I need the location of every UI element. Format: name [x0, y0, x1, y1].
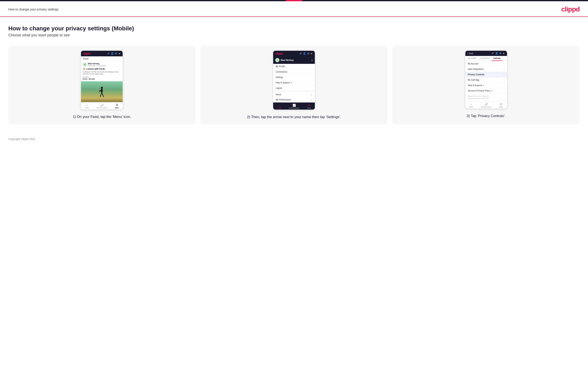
phone2-bottom-bar: ⌂ Home 📈 My Performance ✕ Menu — [273, 102, 315, 109]
menu-icon: ☰ — [116, 104, 118, 107]
golf-image — [81, 81, 123, 102]
step-2-card: clippd ☍ 👤 ⚙ ▼ B Blair McHarg ∧ — [200, 46, 388, 125]
profile-icon: 👤 — [111, 52, 114, 55]
settings-item-privacy-controls: Privacy Controls› — [465, 72, 507, 77]
settings-icon: ⚙ — [115, 52, 117, 55]
version-info: Clippd Client Version: 2022.8.3-3 GQL Se… — [465, 93, 507, 101]
top-accent-bar — [0, 0, 588, 1]
phone1-logo: clippd — [83, 52, 90, 55]
search-icon: ☍ — [299, 52, 302, 55]
menu-user-info: B Blair McHarg — [275, 58, 294, 62]
lesson-icon: ⛳ — [83, 67, 86, 70]
step1-caption: 1) On your Feed, tap the 'Menu' icon. — [73, 114, 131, 119]
phone1-nav: clippd ☍ 👤 ⚙ ▼ — [81, 51, 123, 56]
phone2-logo: clippd — [275, 52, 283, 55]
menu-tab: ✕ Menu — [307, 104, 311, 109]
chevron-down-icon: ▼ — [311, 52, 313, 55]
phone-mockup-3: < Back ☍ 👤 ⚙ ▼ My Profile Connections Se… — [465, 51, 507, 108]
svg-line-2 — [100, 92, 102, 97]
menu-item-help: Help & Support ↗ — [273, 80, 315, 85]
menu-item-connections: Connections — [273, 69, 315, 75]
settings-icon: ⚙ — [499, 52, 502, 55]
search-icon: ☍ — [107, 52, 110, 55]
menu-item-logout: Logout — [273, 85, 315, 91]
menu-icon: ☰ — [500, 103, 502, 106]
header: How to change your privacy settings clip… — [0, 1, 588, 17]
chart-icon: 📈 — [484, 103, 488, 106]
phone1-nav-icons: ☍ 👤 ⚙ ▼ — [107, 52, 121, 55]
post-header: B Blair McHarg Yesterday · Sunningdale — [83, 62, 121, 67]
avatar: B — [83, 62, 87, 67]
menu-user-row: B Blair McHarg ∧ — [273, 56, 315, 64]
tab-connections: Connections — [478, 56, 492, 61]
settings-item-data-integrations: Data Integrations› — [465, 67, 507, 72]
page-breadcrumb: How to change your privacy settings — [8, 8, 59, 11]
main-content: How to change your privacy settings (Mob… — [0, 17, 588, 129]
feed-post: B Blair McHarg Yesterday · Sunningdale ⛳… — [81, 61, 123, 81]
step-1-card: clippd ☍ 👤 ⚙ ▼ Feed B Blair McHarg — [8, 46, 196, 125]
menu-section-performance: My Performance⌄ — [273, 97, 315, 102]
menu-tab: ☰ Menu — [115, 104, 119, 108]
chevron-down-icon: ▼ — [503, 52, 505, 55]
search-icon: ☍ — [492, 52, 494, 55]
step3-caption: 3) Tap 'Privacy Controls'. — [467, 114, 506, 118]
duration-value: 01 hr : 30 min — [83, 78, 121, 80]
golfer-silhouette — [98, 86, 106, 101]
back-button: < Back — [467, 52, 473, 54]
home-icon: ⌂ — [470, 103, 472, 106]
menu-item-profile: My Profile — [273, 64, 315, 69]
post-author: Blair McHarg — [88, 63, 106, 65]
home-icon: ⌂ — [86, 104, 88, 107]
menu-tab: ☰ Menu — [499, 103, 503, 108]
settings-item-service-privacy: Service & Privacy Policy ↗ — [465, 88, 507, 93]
settings-item-my-account: My Account› — [465, 61, 507, 67]
home-icon: ⌂ — [278, 104, 280, 107]
post-text: Looking to feel like my hands are exitin… — [83, 71, 121, 75]
step2-caption: 2) Then, tap the arrow next to your name… — [247, 115, 341, 120]
duration-label: Duration — [83, 76, 121, 78]
steps-grid: clippd ☍ 👤 ⚙ ▼ Feed B Blair McHarg — [8, 46, 580, 125]
lesson-row: ⛳ Lesson with Fordy — [83, 67, 121, 70]
menu-section-home: Home⌄ — [273, 92, 315, 97]
settings-item-help-support: Help & Support ↗ — [465, 83, 507, 88]
performance-tab: 📈 My Performance — [481, 103, 492, 108]
post-location: Yesterday · Sunningdale — [88, 65, 106, 67]
page-subheading: Choose what you want people to see — [8, 33, 580, 37]
phone3-back-bar: < Back ☍ 👤 ⚙ ▼ — [465, 51, 507, 56]
tab-settings: Settings — [492, 56, 502, 61]
menu-user-name: Blair McHarg — [281, 59, 294, 61]
phone3-nav-icons: ☍ 👤 ⚙ ▼ — [492, 52, 505, 55]
lesson-title: Lesson with Fordy — [86, 68, 105, 70]
svg-line-3 — [102, 92, 104, 97]
svg-point-0 — [101, 87, 103, 89]
performance-tab: 📈 My Performance — [97, 104, 107, 108]
close-icon: ✕ — [308, 104, 310, 107]
copyright-text: Copyright Clippd 2022 — [8, 137, 35, 141]
phone3-bottom-bar: ⌂ Home 📈 My Performance ☰ Menu — [465, 101, 507, 108]
phone-mockup-1: clippd ☍ 👤 ⚙ ▼ Feed B Blair McHarg — [81, 51, 123, 109]
chevron-down-icon: ▼ — [118, 52, 121, 55]
menu-overlay: My Profile Connections Settings Help & S… — [273, 64, 315, 102]
phone2-nav: clippd ☍ 👤 ⚙ ▼ — [273, 51, 315, 56]
settings-icon: ⚙ — [307, 52, 309, 55]
user-avatar: B — [275, 58, 279, 62]
performance-tab: 📈 My Performance — [289, 104, 299, 109]
chevron-right-icon: › — [504, 68, 504, 70]
home-tab: ⌂ Home — [277, 104, 281, 109]
menu-item-settings: Settings — [273, 75, 315, 80]
settings-list: My Account› Data Integrations› Privacy C… — [465, 61, 507, 93]
feed-label: Feed — [81, 56, 123, 61]
user-chevron-icon: ∧ — [311, 59, 313, 61]
logo: clippd — [561, 5, 580, 13]
settings-item-my-golf-bag: My Golf Bag› — [465, 77, 507, 83]
phone2-nav-icons: ☍ 👤 ⚙ ▼ — [299, 52, 313, 55]
menu-divider — [273, 91, 315, 92]
phone-mockup-2: clippd ☍ 👤 ⚙ ▼ B Blair McHarg ∧ — [273, 51, 315, 109]
footer: Copyright Clippd 2022 — [0, 133, 588, 145]
chevron-right-icon: › — [504, 63, 504, 65]
home-tab: ⌂ Home — [85, 104, 89, 108]
settings-tabs: My Profile Connections Settings — [465, 56, 507, 61]
chart-icon: 📈 — [100, 104, 104, 107]
home-tab: ⌂ Home — [469, 103, 473, 108]
chevron-right-icon: › — [504, 79, 504, 81]
